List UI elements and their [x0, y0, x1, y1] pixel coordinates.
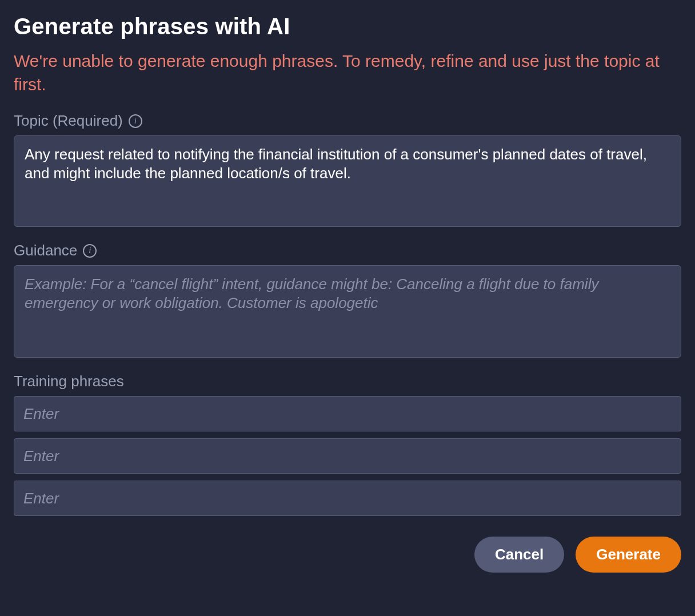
topic-textarea[interactable] [14, 135, 681, 227]
info-icon[interactable]: i [83, 244, 97, 258]
guidance-label: Guidance [14, 242, 77, 259]
info-icon[interactable]: i [129, 114, 142, 128]
training-phrase-input[interactable] [14, 438, 681, 474]
training-phrase-input[interactable] [14, 481, 681, 516]
dialog-panel: Generate phrases with AI We're unable to… [0, 0, 695, 589]
generate-button[interactable]: Generate [576, 537, 681, 573]
dialog-footer: Cancel Generate [14, 537, 681, 573]
training-phrases-field: Training phrases [14, 373, 681, 523]
guidance-label-row: Guidance i [14, 242, 681, 259]
guidance-field: Guidance i [14, 242, 681, 360]
error-message: We're unable to generate enough phrases.… [14, 50, 681, 96]
training-phrase-input[interactable] [14, 396, 681, 431]
topic-label-row: Topic (Required) i [14, 112, 681, 130]
topic-label: Topic (Required) [14, 112, 123, 130]
cancel-button[interactable]: Cancel [474, 537, 564, 573]
training-phrases-label: Training phrases [14, 373, 124, 390]
guidance-textarea[interactable] [14, 265, 681, 358]
topic-field: Topic (Required) i [14, 112, 681, 229]
page-title: Generate phrases with AI [14, 14, 681, 39]
training-phrases-label-row: Training phrases [14, 373, 681, 390]
